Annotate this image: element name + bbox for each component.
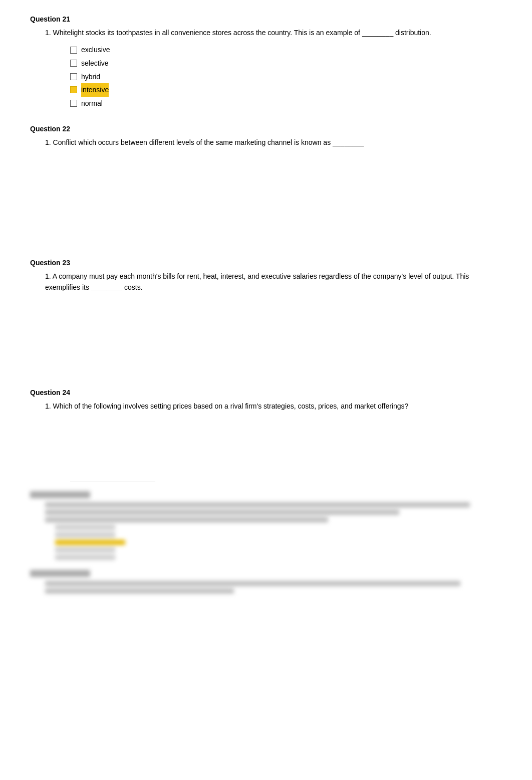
option-label-intensive: intensive [81,83,109,97]
blurred-question-26 [30,570,502,594]
blurred-line-25a [45,502,470,507]
option-label-normal: normal [81,97,103,110]
blurred-question-25 [30,491,502,560]
question-22-title: Question 22 [30,125,502,133]
list-item[interactable]: selective [70,57,502,70]
radio-selective[interactable] [70,60,77,67]
blurred-line-25b [45,510,399,515]
question-24-block: Question 24 1. Which of the following in… [30,388,502,467]
question-24-spacer [30,417,502,467]
question-21-options: exclusive selective hybrid intensive nor… [70,43,502,110]
blurred-title-25 [30,491,90,498]
radio-normal[interactable] [70,100,77,107]
blurred-opt-25d [55,547,115,552]
blurred-opt-25b [55,532,115,537]
blurred-line-26a [45,581,460,586]
radio-exclusive[interactable] [70,47,77,54]
list-item[interactable]: exclusive [70,43,502,57]
question-23-text: 1. A company must pay each month's bills… [45,271,502,293]
question-21-title: Question 21 [30,15,502,23]
question-23-title: Question 23 [30,259,502,267]
option-label-selective: selective [81,57,108,70]
option-label-exclusive: exclusive [81,43,110,57]
question-24-title: Question 24 [30,388,502,397]
underline-separator [70,482,155,482]
blurred-line-26b [45,589,234,594]
question-23-block: Question 23 1. A company must pay each m… [30,259,502,373]
radio-hybrid[interactable] [70,73,77,80]
blurred-opt-25c [55,540,125,545]
blurred-opt-25a [55,525,115,530]
question-22-block: Question 22 1. Conflict which occurs bet… [30,125,502,243]
question-24-text: 1. Which of the following involves setti… [45,401,502,412]
blurred-line-25c [45,517,328,522]
question-22-text: 1. Conflict which occurs between differe… [45,137,502,148]
list-item[interactable]: intensive [70,83,502,97]
radio-intensive[interactable] [70,86,77,93]
list-item[interactable]: normal [70,97,502,110]
blurred-opt-25e [55,555,115,560]
question-23-spacer [30,298,502,373]
option-label-hybrid: hybrid [81,70,100,84]
list-item[interactable]: hybrid [70,70,502,84]
question-21-block: Question 21 1. Whitelight stocks its too… [30,15,502,110]
blurred-title-26 [30,570,90,577]
question-22-spacer [30,153,502,244]
question-21-text: 1. Whitelight stocks its toothpastes in … [45,27,502,38]
